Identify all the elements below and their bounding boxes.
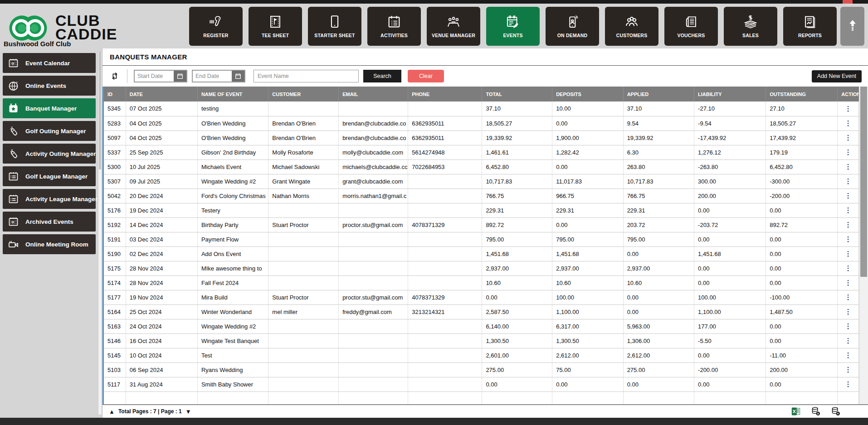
row-actions-kebab-icon[interactable]: ⋮ xyxy=(845,192,852,199)
column-header-outstanding[interactable]: OUTSTANDING xyxy=(766,87,838,101)
nav-button-starter-sheet[interactable]: STARTER SHEET xyxy=(308,7,361,46)
nav-button-sales[interactable]: SALES xyxy=(724,7,777,46)
sidebar-item-archived-events[interactable]: Archived Events xyxy=(3,212,96,232)
cell-email xyxy=(339,377,408,391)
cell-deposits: 1,100.00 xyxy=(552,304,623,319)
nav-scroll-up-button[interactable] xyxy=(840,7,864,46)
row-actions-kebab-icon[interactable]: ⋮ xyxy=(845,120,852,126)
table-row: 517428 Nov 2024Fall Fest 202410.6010.601… xyxy=(104,275,859,290)
column-header-liability[interactable]: LIABILITY xyxy=(694,87,766,101)
row-actions-kebab-icon[interactable]: ⋮ xyxy=(845,265,852,271)
column-header-customer[interactable]: CUSTOMER xyxy=(268,87,339,101)
row-actions-kebab-icon[interactable]: ⋮ xyxy=(845,323,852,329)
cell-name-of-event: Add Ons Event xyxy=(197,246,268,261)
clear-button[interactable]: Clear xyxy=(408,70,444,82)
cell-liability: 1,100.00 xyxy=(694,304,766,319)
video-camera-icon xyxy=(7,238,20,251)
row-actions-kebab-icon[interactable]: ⋮ xyxy=(845,134,852,141)
cell-phone xyxy=(408,275,482,290)
table-scrollbar-thumb[interactable] xyxy=(860,87,867,277)
row-actions-kebab-icon[interactable]: ⋮ xyxy=(845,236,852,242)
add-new-event-button[interactable]: Add New Event xyxy=(812,70,862,82)
column-header-date[interactable]: DATE xyxy=(126,87,197,101)
cell-total: 0.00 xyxy=(482,290,552,304)
row-actions-kebab-icon[interactable]: ⋮ xyxy=(845,294,852,300)
row-actions-kebab-icon[interactable]: ⋮ xyxy=(845,366,852,373)
row-actions-kebab-icon[interactable]: ⋮ xyxy=(845,178,852,184)
refresh-icon[interactable] xyxy=(109,70,121,82)
row-actions-kebab-icon[interactable]: ⋮ xyxy=(845,381,852,387)
sidebar-scrollbar-thumb[interactable] xyxy=(99,52,101,169)
sidebar-item-online-meeting-room[interactable]: Online Meeting Room xyxy=(3,234,96,254)
sidebar-item-golf-outing-manager[interactable]: Golf Outing Manager xyxy=(3,121,96,141)
nav-button-venue-manager[interactable]: VENUE MANAGER xyxy=(427,7,480,46)
database-export-icon[interactable] xyxy=(811,406,821,416)
nav-button-vouchers[interactable]: VOUCHERS xyxy=(664,7,718,46)
row-actions-kebab-icon[interactable]: ⋮ xyxy=(845,250,852,257)
cell-email xyxy=(339,275,408,290)
cell-phone xyxy=(408,232,482,246)
start-date-calendar-icon[interactable] xyxy=(174,71,186,82)
tee-sheet-icon xyxy=(268,14,283,29)
end-date-input[interactable] xyxy=(193,71,232,82)
cell-action: ⋮ xyxy=(838,203,859,217)
column-header-deposits[interactable]: DEPOSITS xyxy=(552,87,623,101)
column-header-email[interactable]: EMAIL xyxy=(339,87,408,101)
cell-email xyxy=(339,232,408,246)
cell-empty xyxy=(482,391,552,404)
calendar-star-icon xyxy=(7,102,20,115)
sidebar-item-golf-league-manager[interactable]: Golf League Manager xyxy=(3,166,96,186)
search-button[interactable]: Search xyxy=(363,70,401,82)
nav-button-tee-sheet[interactable]: TEE SHEET xyxy=(249,7,302,46)
cell-id: 5117 xyxy=(104,377,126,391)
database-sync-icon[interactable] xyxy=(831,406,841,416)
event-name-input[interactable] xyxy=(254,70,359,82)
column-header-phone[interactable]: PHONE xyxy=(408,87,482,101)
row-actions-kebab-icon[interactable]: ⋮ xyxy=(845,352,852,358)
column-header-applied[interactable]: APPLIED xyxy=(623,87,694,101)
table-row: 514616 Oct 2024Wingate Test Banquet1,300… xyxy=(104,333,859,348)
cell-email: proctor.stu@gmail.com xyxy=(339,217,408,232)
nav-button-activities[interactable]: ACTIVITIES xyxy=(367,7,421,46)
column-header-total[interactable]: TOTAL xyxy=(482,87,552,101)
row-actions-kebab-icon[interactable]: ⋮ xyxy=(845,308,852,315)
sidebar-item-online-events[interactable]: Online Events xyxy=(3,76,96,96)
row-actions-kebab-icon[interactable]: ⋮ xyxy=(845,105,852,112)
venue-people-icon xyxy=(446,14,461,29)
cell-deposits: 100.00 xyxy=(552,290,623,304)
cell-email: grant@clubcaddie.com xyxy=(339,174,408,188)
sidebar-item-activity-league-manager[interactable]: Activity League Manager xyxy=(3,189,96,209)
cell-email xyxy=(339,203,408,217)
sidebar-item-banquet-manager[interactable]: Banquet Manager xyxy=(3,98,96,118)
column-header-id[interactable]: ID xyxy=(104,87,126,101)
column-header-name-of-event[interactable]: NAME OF EVENT xyxy=(197,87,268,101)
start-date-input[interactable] xyxy=(135,71,174,82)
nav-button-events[interactable]: EVENTS xyxy=(486,7,540,46)
sidebar-item-activity-outing-manager[interactable]: Activity Outing Manager xyxy=(3,144,96,164)
nav-button-reports[interactable]: REPORTS xyxy=(783,7,837,46)
page-down-icon[interactable]: ▼ xyxy=(185,409,191,415)
row-actions-kebab-icon[interactable]: ⋮ xyxy=(845,221,852,228)
sidebar-item-event-calendar[interactable]: Event Calendar xyxy=(3,53,96,73)
row-actions-kebab-icon[interactable]: ⋮ xyxy=(845,279,852,286)
page-up-icon[interactable]: ▲ xyxy=(109,409,115,415)
nav-button-register[interactable]: REGISTER xyxy=(189,7,243,46)
bottom-bar xyxy=(0,418,868,425)
sidebar-item-label: Banquet Manager xyxy=(25,105,77,112)
calendar-dots-icon xyxy=(7,57,20,69)
row-actions-kebab-icon[interactable]: ⋮ xyxy=(845,207,852,213)
row-actions-kebab-icon[interactable]: ⋮ xyxy=(845,149,852,155)
end-date-calendar-icon[interactable] xyxy=(232,71,244,82)
cell-date: 25 Sep 2025 xyxy=(126,145,197,159)
nav-button-customers[interactable]: CUSTOMERS xyxy=(605,7,658,46)
cell-deposits: 795.00 xyxy=(552,232,623,246)
cell-deposits: 1,300.50 xyxy=(552,333,623,348)
cell-deposits: 75.00 xyxy=(552,362,623,377)
column-header-action[interactable]: ACTION xyxy=(838,87,859,101)
nav-button-on-demand[interactable]: ON DEMAND xyxy=(546,7,599,46)
row-actions-kebab-icon[interactable]: ⋮ xyxy=(845,163,852,170)
cell-date: 06 Sep 2024 xyxy=(126,362,197,377)
excel-export-icon[interactable] xyxy=(791,406,801,416)
table-row: 517619 Dec 2024Testery229.31229.31229.31… xyxy=(104,203,859,217)
row-actions-kebab-icon[interactable]: ⋮ xyxy=(845,337,852,344)
